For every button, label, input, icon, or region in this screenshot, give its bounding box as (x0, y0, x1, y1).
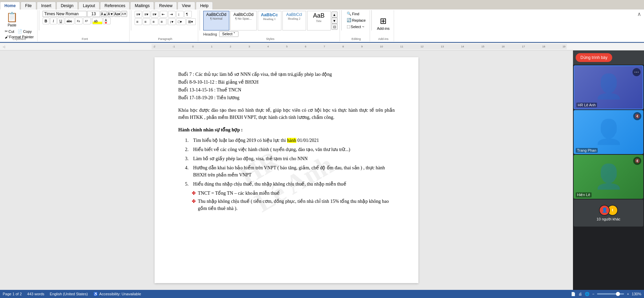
tab-design[interactable]: Design (56, 2, 78, 9)
zoom-in-button[interactable]: + (627, 292, 629, 296)
paste-button[interactable]: 📋 Paste (3, 11, 21, 28)
style-no-spacing[interactable]: AaBbCcDd ¶ No Spac... (230, 11, 256, 30)
ruler-inner: -2-10123 456789 101112131415 16171819 (152, 44, 567, 49)
sep2 (131, 10, 131, 30)
view-mode-icon-print[interactable]: 🖨 (578, 292, 582, 296)
list-item: 3. Làm hồ sơ giấy phép lao động, visa, t… (185, 155, 395, 162)
addins-label: Add-ins (378, 37, 389, 41)
video-tile-1[interactable]: 👤 HR Lê Anh ⋯ (574, 65, 643, 109)
video-tile-2[interactable]: 👤 Trang Phan 🔇 (574, 110, 643, 154)
tab-review[interactable]: Review (155, 2, 177, 9)
superscript-button[interactable]: X² (83, 18, 91, 24)
show-hide-button[interactable]: ¶ (184, 11, 192, 18)
ribbon-main: 📋 Paste ✂ Cut 📄 Copy 🖌 Format Painter Cl… (0, 9, 644, 43)
align-right-button[interactable]: ≡ (151, 18, 158, 25)
document-page: HRLê Anh Buổi 7 : Các thủ tục làm hồ sơ … (155, 57, 418, 283)
style-title[interactable]: AaB Title (307, 11, 331, 30)
replace-button[interactable]: 🔄 Replace (345, 17, 367, 23)
style-heading1[interactable]: AaBbCc Heading 1 (258, 11, 281, 30)
list-item: 1. Tìm hiểu bộ luật lao động 2019 có hiệ… (185, 137, 395, 144)
others-tile[interactable]: 👤 t 10 người khác (574, 199, 643, 227)
font-group: A▲ A▼ Aa▾ A✕ B I U abc X₂ X² ab A (41, 10, 130, 41)
tab-references[interactable]: References (100, 2, 130, 9)
select-button[interactable]: ⬚ Select ~ (345, 24, 366, 29)
cut-button[interactable]: ✂ Cut (3, 28, 16, 34)
document-area[interactable]: HRLê Anh Buổi 7 : Các thủ tục làm hồ sơ … (0, 50, 573, 290)
stop-presenting-button[interactable]: Dừng trình bày (576, 53, 612, 62)
decrease-indent-button[interactable]: ⇤ (160, 11, 167, 18)
tab-home[interactable]: Home (0, 2, 20, 9)
tab-help[interactable]: Help (196, 2, 213, 9)
font-decrease-button[interactable]: A▼ (108, 11, 114, 17)
participant-name-1: HR Lê Anh (576, 103, 597, 107)
view-mode-icon-web[interactable]: 🌐 (585, 292, 590, 296)
borders-button[interactable]: ⊞▾ (186, 18, 196, 25)
highlight-button[interactable]: ab (92, 18, 102, 24)
center-button[interactable]: ≡ (143, 18, 150, 25)
tab-file[interactable]: File (21, 2, 36, 9)
font-name-input[interactable] (43, 11, 87, 17)
tab-mailings[interactable]: Mailings (130, 2, 154, 9)
ribbon-tabs-row: Home File Insert Design Layout Reference… (0, 0, 644, 9)
paragraph-label: Paragraph (158, 37, 172, 41)
style-normal[interactable]: AaBbCcDd ¶ Normal (203, 11, 229, 30)
addins-group: ⊞ Add-ins Add-ins (373, 10, 394, 41)
avatar-1: 👤 (599, 205, 610, 216)
tab-insert[interactable]: Insert (37, 2, 56, 9)
align-left-button[interactable]: ≡ (135, 18, 142, 25)
page-count: Page 1 of 2 (3, 292, 22, 296)
change-case-button[interactable]: Aa▾ (114, 11, 120, 17)
clear-format-button[interactable]: A✕ (121, 11, 127, 17)
tab-view[interactable]: View (178, 2, 195, 9)
view-mode-icon-read[interactable]: 📄 (571, 292, 576, 296)
replace-icon: 🔄 (347, 18, 351, 22)
list-num: 3. (185, 155, 192, 162)
bullets-button[interactable]: ≡▾ (135, 11, 142, 18)
list-num: 4. (185, 164, 192, 178)
increase-indent-button[interactable]: ⇥ (168, 11, 176, 18)
justify-button[interactable]: ≡ (159, 18, 166, 25)
select-style-button[interactable]: Select ˅ (219, 31, 239, 37)
font-increase-button[interactable]: A▲ (101, 11, 107, 17)
more-options-button-1[interactable]: ⋯ (632, 68, 641, 76)
list-item: Buổi 7 : Các thủ tục làm hồ sơ NNN cấp v… (178, 71, 395, 78)
zoom-out-button[interactable]: − (592, 292, 594, 296)
video-grid: 👤 HR Lê Anh ⋯ 👤 Trang Phan 🔇 👤 Hiền Lê 🔇… (573, 65, 644, 290)
zoom-slider[interactable] (597, 293, 624, 295)
styles-more[interactable]: ⊡ (331, 24, 338, 30)
tab-layout[interactable]: Layout (78, 2, 99, 9)
underline-button[interactable]: U (58, 18, 64, 24)
subscript-button[interactable]: X₂ (75, 18, 83, 24)
sort-button[interactable]: ↕ (176, 11, 184, 18)
sep4 (341, 10, 342, 30)
find-button[interactable]: 🔍 Find (345, 11, 361, 17)
font-color-button[interactable]: A (103, 18, 111, 24)
styles-scroll-down[interactable]: ▼ (331, 18, 338, 24)
zoom-level: 130% (632, 292, 641, 296)
strikethrough-button[interactable]: abc (65, 18, 74, 24)
sublist-text: Thu nhập không chịu thuế ( tiền cơm, đồn… (198, 198, 395, 212)
list-item: ✤ Thu nhập không chịu thuế ( tiền cơm, đ… (192, 198, 395, 212)
status-bar: Page 1 of 2 443 words English (United St… (0, 290, 644, 298)
style-heading2[interactable]: AaBbCcl Heading 2 (282, 11, 306, 30)
ribbon-collapse-button[interactable]: ∧ (636, 10, 643, 18)
numbering-button[interactable]: ≡▾ (143, 11, 150, 18)
list-text: Hướng dẫn khai báo bảo hiểm trên VNPT ( … (193, 164, 395, 178)
line-spacing-button[interactable]: ↕▾ (168, 18, 176, 25)
sep5 (371, 10, 372, 30)
select-icon: ⬚ (347, 24, 350, 29)
styles-scroll-up[interactable]: ▲ (331, 12, 338, 18)
list-item: Buổi 13-14-15-16 : Thuế TNCN (178, 86, 395, 93)
video-tile-3[interactable]: 👤 Hiền Lê 🔇 (574, 155, 643, 199)
copy-button[interactable]: 📄 Copy (16, 28, 33, 34)
multilevel-button[interactable]: ≡▾ (151, 11, 158, 18)
numbered-list: 1. Tìm hiểu bộ luật lao động 2019 có hiệ… (185, 137, 395, 188)
bold-button[interactable]: B (43, 18, 49, 24)
italic-button[interactable]: I (50, 18, 57, 24)
shading-button[interactable]: □▾ (176, 18, 186, 25)
editing-label: Editing (351, 37, 361, 41)
font-size-input[interactable] (87, 11, 100, 17)
addins-button[interactable]: ⊞ Add-ins (375, 15, 392, 32)
accessibility-icon: ♿ (93, 292, 98, 296)
buoi-list: Buổi 7 : Các thủ tục làm hồ sơ NNN cấp v… (178, 71, 395, 101)
